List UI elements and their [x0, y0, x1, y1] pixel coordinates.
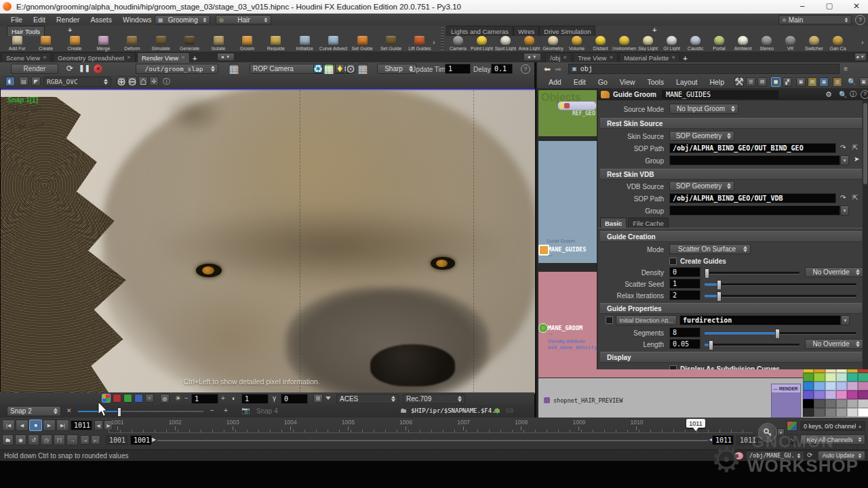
pane-tab[interactable]: Scene View✕ [1, 52, 52, 62]
shelf-overflow-icon[interactable]: › [861, 38, 864, 46]
palette-swatch[interactable] [825, 408, 836, 417]
mode-select[interactable]: Scatter On Surface [669, 244, 751, 254]
render-button[interactable]: Render [11, 64, 58, 74]
sop-path-field[interactable]: /obj/ALPHA_BIND_GEO/OUT_BIND_GEO [669, 143, 836, 153]
contrast-field[interactable]: 1 [241, 394, 269, 404]
tools-wrench-icon[interactable]: ⚒ [734, 77, 744, 87]
auto-render-icon[interactable]: ♻ [313, 64, 323, 73]
palette-swatch[interactable] [814, 408, 825, 417]
net-search-icon[interactable]: 🔍 [848, 78, 856, 85]
netbox-render[interactable]: — RENDER [771, 384, 801, 419]
path-menu-icon[interactable]: ≡ [844, 65, 848, 73]
info-icon[interactable]: ⓘ [163, 77, 170, 87]
playback-range-bar[interactable]: ▶ ◀ [157, 440, 708, 441]
maximize-button[interactable]: ▢ [819, 1, 840, 10]
zoom-in-icon[interactable]: ⊕ [117, 77, 126, 86]
palette-swatch[interactable] [803, 382, 814, 390]
key-all-channels-select[interactable]: Key All Channels [800, 434, 865, 445]
timeline-ruler[interactable]: 1001 1002 1003 1004 1005 [108, 419, 753, 432]
palette-swatch[interactable] [836, 382, 847, 390]
palette-swatch[interactable] [814, 373, 825, 382]
export-keys-icon[interactable]: 🖿 [2, 434, 14, 445]
shelf-divider[interactable] [441, 27, 444, 50]
green-channel-icon[interactable] [123, 394, 132, 403]
pause-icon[interactable]: ❚❚ [79, 64, 90, 72]
split-view-icon[interactable]: ▤ [19, 77, 28, 86]
network-menu-item[interactable]: Layout [670, 78, 704, 86]
range-end-field[interactable]: 1011 [712, 435, 734, 445]
close-tab-icon[interactable]: ✕ [671, 55, 675, 60]
pane-menu-button[interactable]: ■▼ [217, 53, 235, 61]
snapshot-blend-slider[interactable] [78, 411, 203, 412]
layout-grid-icon[interactable]: ▞ [783, 77, 792, 87]
refresh-icon[interactable]: ⟳ [66, 64, 73, 73]
image-bg-icon[interactable]: ▣ [796, 77, 806, 87]
palette-swatch[interactable] [825, 382, 836, 390]
param-help-icon[interactable]: ? [861, 90, 868, 99]
snapshot-ghost-icon[interactable]: ◍ [160, 394, 170, 403]
node-name-field[interactable]: MANE_GUIDES [662, 90, 778, 99]
length-field[interactable]: 0.05 [669, 339, 701, 349]
group-dropdown-button[interactable]: ▼ [840, 155, 849, 165]
lut-icon[interactable]: ▥ [313, 394, 323, 403]
palette-swatch[interactable] [858, 399, 868, 408]
palette-swatch[interactable] [814, 382, 825, 390]
blend-minus[interactable]: − [210, 407, 214, 414]
close-button[interactable]: ✕ [846, 1, 867, 11]
close-tab-icon[interactable]: ✕ [563, 55, 567, 60]
param-search-icon[interactable]: 🔍 [839, 91, 847, 98]
inspect-icon[interactable]: ⊙ [346, 64, 355, 73]
clear-snapshot-icon[interactable]: ✕ [66, 407, 72, 414]
palette-swatch[interactable] [836, 373, 847, 382]
gamma-field[interactable]: 0 [281, 394, 308, 404]
pane-tab[interactable]: Material Palette✕ [619, 52, 680, 62]
save-camera-icon[interactable]: ▦ [358, 64, 368, 74]
export-bag-icon[interactable]: 🖿 [400, 407, 407, 414]
channel-keys-icon[interactable] [787, 421, 797, 431]
lights-icon[interactable]: ♦ [335, 64, 344, 73]
export-bag-green-icon[interactable]: 🖿 [494, 407, 500, 414]
zoom-out-icon[interactable]: ⊖ [127, 77, 137, 86]
param-scrollbar[interactable] [863, 100, 868, 369]
param-gear-icon[interactable]: ⚙ [825, 90, 832, 99]
go-to-start-button[interactable]: |◀ [2, 420, 15, 431]
loop-mode-icon[interactable]: ↺ [28, 434, 39, 445]
stop-button[interactable]: ■ [29, 420, 42, 431]
palette-swatch[interactable] [803, 390, 814, 399]
netbox-objects[interactable]: Objects REF_GEO [538, 90, 598, 136]
preview-image-icon[interactable]: ▦ [324, 64, 334, 73]
home-view-icon[interactable]: ⌂ [138, 77, 148, 86]
audio-icon[interactable]: ◉ [15, 434, 26, 445]
group-field[interactable] [669, 155, 840, 165]
brightness-plus[interactable]: + [221, 394, 225, 402]
menu-item[interactable]: Windows [117, 16, 157, 24]
shelf-tab[interactable]: Drive Simulation [539, 26, 595, 36]
palette-swatch[interactable] [836, 408, 847, 417]
group-dropdown-button[interactable]: ▼ [840, 205, 849, 216]
add-pane-tab-button[interactable]: + [680, 54, 690, 62]
close-tab-icon[interactable]: ✕ [181, 55, 185, 60]
scoped-channels-icon[interactable]: ∿ [787, 434, 797, 445]
initial-direction-field[interactable]: furdirection [679, 315, 841, 325]
segments-slider[interactable] [705, 332, 856, 334]
scatter-seed-field[interactable]: 1 [669, 279, 701, 289]
pane-tab[interactable]: Geometry Spreadsheet✕ [53, 52, 136, 62]
relax-iterations-slider[interactable] [705, 295, 856, 297]
create-guides-checkbox[interactable] [669, 258, 677, 265]
nav-forward-icon[interactable]: ➡ [555, 64, 561, 74]
netbox-guides[interactable]: Guide Groom MANE_GUIDES ▪ ▪ [538, 141, 598, 263]
palette-swatch[interactable] [825, 390, 836, 399]
palette-swatch[interactable] [836, 390, 847, 399]
nav-back-icon[interactable]: ⬅ [544, 64, 551, 74]
menu-item[interactable]: Assets [85, 16, 117, 24]
network-menu-item[interactable]: Help [703, 78, 730, 86]
vdb-source-select[interactable]: SOP Geometry [669, 181, 734, 191]
attr-dropdown-button[interactable]: ▼ [841, 315, 850, 325]
close-tab-icon[interactable]: ✕ [43, 55, 47, 60]
palette-swatch[interactable] [803, 408, 814, 417]
display-subdivision-checkbox[interactable] [669, 365, 677, 369]
help-circle-icon[interactable]: ? [521, 64, 530, 74]
minimize-button[interactable]: – [792, 1, 812, 11]
palette-swatch[interactable] [847, 382, 858, 390]
source-mode-select[interactable]: No Input Groom [669, 104, 738, 114]
